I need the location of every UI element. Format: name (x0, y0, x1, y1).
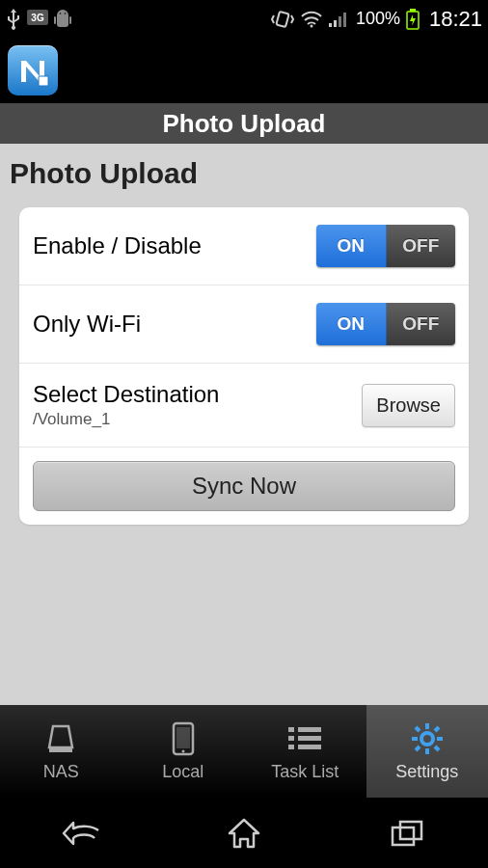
svg-rect-20 (298, 736, 321, 741)
bottom-tabs: NAS Local Task List Settings (0, 705, 488, 798)
svg-rect-4 (276, 11, 288, 26)
svg-point-23 (421, 733, 433, 745)
tab-settings[interactable]: Settings (366, 705, 489, 798)
tab-tasklist[interactable]: Task List (244, 705, 366, 798)
dest-path: /Volume_1 (33, 410, 362, 429)
usb-icon (6, 9, 21, 30)
toggle-on[interactable]: ON (316, 303, 387, 345)
svg-rect-6 (329, 23, 332, 27)
wifi-icon (300, 10, 323, 29)
status-bar: 3G 100% 18:21 (0, 0, 488, 38)
svg-rect-7 (334, 20, 337, 27)
content-area: Photo Upload Enable / Disable ON OFF Onl… (0, 144, 488, 705)
android-icon (54, 10, 71, 29)
recent-button[interactable] (378, 814, 436, 853)
svg-rect-13 (49, 747, 72, 752)
svg-rect-33 (400, 822, 421, 839)
svg-rect-15 (176, 727, 190, 748)
network-3g-icon: 3G (27, 10, 48, 29)
svg-line-28 (416, 727, 420, 731)
svg-line-31 (435, 727, 439, 731)
svg-rect-8 (339, 16, 341, 27)
svg-rect-12 (39, 76, 48, 86)
enable-label: Enable / Disable (33, 232, 316, 259)
svg-point-5 (310, 24, 312, 27)
toggle-on[interactable]: ON (316, 225, 387, 267)
battery-icon (406, 9, 420, 30)
row-select-destination: Select Destination /Volume_1 Browse (19, 364, 469, 448)
svg-rect-9 (343, 13, 346, 27)
toggle-off[interactable]: OFF (387, 225, 456, 267)
system-nav-bar (0, 798, 488, 868)
home-button[interactable] (215, 814, 273, 853)
svg-rect-17 (288, 727, 294, 732)
svg-rect-11 (410, 9, 416, 12)
signal-icon (329, 11, 350, 28)
tab-label: Local (162, 762, 203, 782)
back-button[interactable] (52, 814, 110, 853)
title-bar-text: Photo Upload (163, 109, 326, 139)
svg-point-3 (65, 13, 67, 14)
enable-toggle[interactable]: ON OFF (316, 225, 455, 267)
svg-point-16 (181, 749, 184, 752)
tab-label: Settings (395, 762, 458, 782)
phone-icon (172, 721, 195, 756)
sync-now-button[interactable]: Sync Now (33, 461, 455, 511)
app-bar (0, 38, 488, 103)
clock: 18:21 (429, 7, 482, 32)
svg-text:3G: 3G (31, 13, 44, 23)
dest-label: Select Destination (33, 381, 362, 408)
app-icon (8, 45, 58, 95)
tab-label: NAS (43, 762, 79, 782)
row-sync: Sync Now (19, 448, 469, 525)
title-bar: Photo Upload (0, 103, 488, 144)
settings-card: Enable / Disable ON OFF Only Wi-Fi ON OF… (19, 207, 469, 525)
svg-point-2 (60, 13, 62, 14)
toggle-off[interactable]: OFF (387, 303, 456, 345)
svg-rect-19 (288, 736, 294, 741)
tab-label: Task List (271, 762, 339, 782)
page-title: Photo Upload (6, 144, 482, 207)
svg-rect-22 (298, 745, 321, 749)
nas-icon (44, 721, 77, 756)
row-only-wifi: Only Wi-Fi ON OFF (19, 285, 469, 364)
vibrate-icon (271, 10, 294, 29)
svg-rect-21 (288, 745, 294, 749)
svg-rect-18 (298, 727, 321, 732)
wifi-toggle[interactable]: ON OFF (316, 303, 455, 345)
tab-nas[interactable]: NAS (0, 705, 122, 798)
tab-local[interactable]: Local (122, 705, 245, 798)
svg-line-30 (416, 746, 420, 750)
svg-line-29 (435, 746, 439, 750)
gear-icon (410, 721, 445, 756)
svg-rect-32 (393, 827, 414, 845)
wifi-label: Only Wi-Fi (33, 311, 316, 338)
battery-percent: 100% (356, 9, 400, 29)
row-enable-disable: Enable / Disable ON OFF (19, 207, 469, 285)
list-icon (288, 721, 321, 756)
browse-button[interactable]: Browse (362, 384, 455, 427)
